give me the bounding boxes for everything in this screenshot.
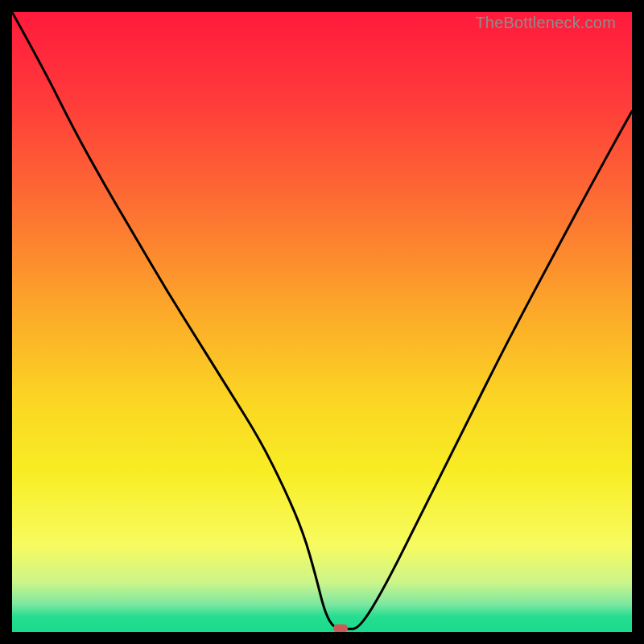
bottleneck-chart — [12, 12, 632, 632]
watermark-label: TheBottleneck.com — [475, 14, 616, 32]
optimum-marker — [333, 624, 348, 632]
gradient-background — [12, 12, 632, 632]
chart-frame: TheBottleneck.com — [12, 12, 632, 632]
